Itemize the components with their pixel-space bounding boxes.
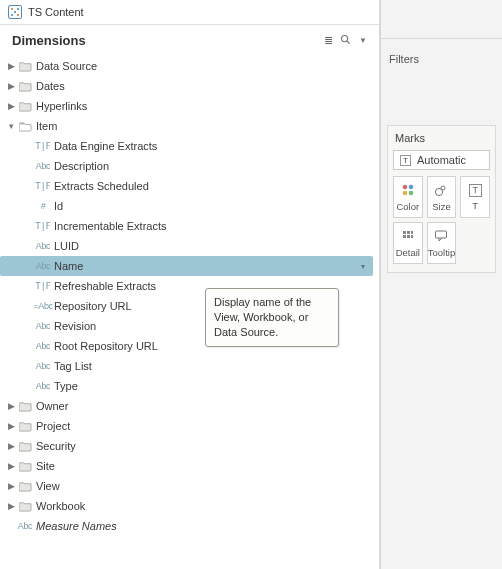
text-icon: T bbox=[469, 184, 482, 197]
caret-icon[interactable]: ▶ bbox=[6, 502, 16, 511]
caret-icon[interactable]: ▶ bbox=[6, 402, 16, 411]
folder-icon bbox=[16, 481, 34, 492]
filters-shelf[interactable]: Filters bbox=[389, 53, 494, 117]
caret-icon[interactable]: ▶ bbox=[6, 102, 16, 111]
spacer: ▶ bbox=[6, 522, 16, 531]
field-extracts-scheduled[interactable]: ▶ T|F Extracts Scheduled bbox=[0, 176, 379, 196]
svg-point-2 bbox=[17, 8, 19, 10]
detail-button[interactable]: Detail bbox=[393, 222, 423, 264]
spacer: ▶ bbox=[24, 282, 34, 291]
spacer: ▶ bbox=[24, 362, 34, 371]
svg-rect-14 bbox=[403, 231, 406, 234]
boolean-type-icon: T|F bbox=[34, 281, 52, 291]
folder-owner[interactable]: ▶ Owner bbox=[0, 396, 379, 416]
field-measure-names[interactable]: ▶ Abc Measure Names bbox=[0, 516, 379, 536]
folder-security[interactable]: ▶ Security bbox=[0, 436, 379, 456]
spacer: ▶ bbox=[24, 222, 34, 231]
size-icon bbox=[434, 182, 448, 198]
folder-label: Dates bbox=[34, 80, 65, 92]
search-icon[interactable] bbox=[340, 34, 351, 47]
text-button[interactable]: T T bbox=[460, 176, 490, 218]
view-list-icon[interactable]: ≣ bbox=[324, 34, 332, 47]
folder-hyperlinks[interactable]: ▶ Hyperlinks bbox=[0, 96, 379, 116]
field-type[interactable]: ▶ Abc Type bbox=[0, 376, 379, 396]
spacer: ▶ bbox=[24, 202, 34, 211]
boolean-type-icon: T|F bbox=[34, 141, 52, 151]
folder-icon bbox=[16, 461, 34, 472]
folder-label: Item bbox=[34, 120, 57, 132]
spacer: ▶ bbox=[24, 242, 34, 251]
svg-point-6 bbox=[342, 35, 348, 41]
boolean-type-icon: T|F bbox=[34, 181, 52, 191]
svg-point-8 bbox=[403, 185, 408, 190]
folder-project[interactable]: ▶ Project bbox=[0, 416, 379, 436]
folder-data-source[interactable]: ▶ Data Source bbox=[0, 56, 379, 76]
field-label: Incrementable Extracts bbox=[52, 220, 167, 232]
field-description[interactable]: ▶ Abc Description bbox=[0, 156, 379, 176]
button-label: T bbox=[472, 200, 478, 211]
spacer: ▶ bbox=[24, 322, 34, 331]
tooltip-button[interactable]: Tooltip bbox=[427, 222, 457, 264]
folder-icon bbox=[16, 501, 34, 512]
field-luid[interactable]: ▶ Abc LUID bbox=[0, 236, 379, 256]
filters-dropzone[interactable] bbox=[389, 71, 494, 117]
button-label: Detail bbox=[396, 247, 420, 258]
datasource-header[interactable]: TS Content bbox=[0, 0, 379, 25]
string-type-icon: Abc bbox=[34, 321, 52, 331]
folder-site[interactable]: ▶ Site bbox=[0, 456, 379, 476]
svg-point-4 bbox=[17, 14, 19, 16]
svg-rect-20 bbox=[436, 231, 447, 238]
field-label: Root Repository URL bbox=[52, 340, 158, 352]
svg-point-3 bbox=[11, 14, 13, 16]
caret-down-icon[interactable]: ▾ bbox=[6, 122, 16, 131]
folder-workbook[interactable]: ▶ Workbook bbox=[0, 496, 379, 516]
field-data-engine-extracts[interactable]: ▶ T|F Data Engine Extracts bbox=[0, 136, 379, 156]
string-type-icon: Abc bbox=[34, 241, 52, 251]
field-tag-list[interactable]: ▶ Abc Tag List bbox=[0, 356, 379, 376]
spacer: ▶ bbox=[24, 162, 34, 171]
svg-point-5 bbox=[14, 11, 16, 13]
filters-title: Filters bbox=[389, 53, 494, 65]
size-button[interactable]: Size bbox=[427, 176, 457, 218]
caret-icon[interactable]: ▶ bbox=[6, 62, 16, 71]
svg-point-9 bbox=[409, 185, 414, 190]
button-label: Size bbox=[432, 201, 450, 212]
field-label: Data Engine Extracts bbox=[52, 140, 157, 152]
folder-icon bbox=[16, 441, 34, 452]
mark-type-select[interactable]: T Automatic bbox=[393, 150, 490, 170]
folder-view[interactable]: ▶ View bbox=[0, 476, 379, 496]
caret-icon[interactable]: ▶ bbox=[6, 482, 16, 491]
field-incrementable-extracts[interactable]: ▶ T|F Incrementable Extracts bbox=[0, 216, 379, 236]
svg-rect-15 bbox=[407, 231, 410, 234]
caret-icon[interactable]: ▶ bbox=[6, 82, 16, 91]
dimensions-header: Dimensions ≣ ▼ bbox=[0, 25, 379, 54]
string-type-icon: Abc bbox=[34, 261, 52, 271]
button-label: Color bbox=[396, 201, 419, 212]
calc-string-type-icon: =Abc bbox=[34, 301, 52, 311]
menu-caret-icon[interactable]: ▼ bbox=[359, 36, 367, 45]
field-label: Extracts Scheduled bbox=[52, 180, 149, 192]
caret-icon[interactable]: ▶ bbox=[6, 422, 16, 431]
field-label: Id bbox=[52, 200, 63, 212]
color-button[interactable]: Color bbox=[393, 176, 423, 218]
field-label: Name bbox=[52, 260, 83, 272]
field-id[interactable]: ▶ # Id bbox=[0, 196, 379, 216]
data-pane: TS Content Dimensions ≣ ▼ ▶ Data Source … bbox=[0, 0, 380, 569]
caret-icon[interactable]: ▶ bbox=[6, 442, 16, 451]
color-icon bbox=[401, 182, 415, 198]
folder-icon bbox=[16, 401, 34, 412]
folder-label: Workbook bbox=[34, 500, 85, 512]
dimensions-title: Dimensions bbox=[12, 33, 86, 48]
folder-icon bbox=[16, 101, 34, 112]
field-label: Repository URL bbox=[52, 300, 132, 312]
folder-label: Project bbox=[34, 420, 70, 432]
caret-icon[interactable]: ▶ bbox=[6, 462, 16, 471]
spacer: ▶ bbox=[24, 182, 34, 191]
folder-item[interactable]: ▾ Item bbox=[0, 116, 379, 136]
text-mark-icon: T bbox=[400, 155, 411, 166]
field-name[interactable]: ▶ Abc Name bbox=[0, 256, 373, 276]
svg-point-1 bbox=[11, 8, 13, 10]
folder-label: Data Source bbox=[34, 60, 97, 72]
string-type-icon: Abc bbox=[34, 161, 52, 171]
folder-dates[interactable]: ▶ Dates bbox=[0, 76, 379, 96]
